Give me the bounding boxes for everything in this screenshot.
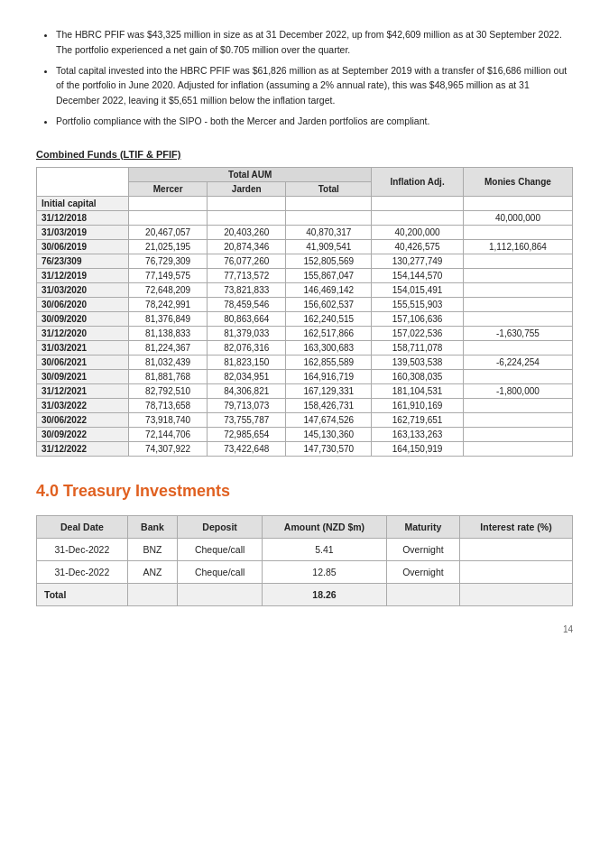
combined-cell: 82,076,316 [208, 340, 286, 355]
combined-section: Combined Funds (LTIF & PFIF) Total AUM I… [36, 149, 573, 457]
combined-cell [463, 254, 572, 268]
combined-cell [208, 196, 286, 210]
treasury-total-cell [459, 583, 572, 605]
combined-cell: 81,881,768 [129, 369, 208, 383]
combined-cell [463, 427, 572, 441]
combined-cell [463, 282, 572, 297]
combined-cell: 40,426,575 [372, 239, 464, 254]
combined-cell: 81,032,439 [129, 355, 208, 369]
treasury-cell: Overnight [386, 560, 459, 583]
combined-cell: 139,503,538 [372, 355, 464, 369]
treasury-cell: Cheque/call [178, 538, 263, 560]
combined-row-header: 31/12/2018 [37, 210, 129, 225]
treasury-cell: Cheque/call [178, 560, 263, 583]
combined-th-inflation: Inflation Adj. [372, 167, 464, 196]
treasury-th-amount--nzd--m-: Amount (NZD $m) [263, 515, 387, 538]
combined-cell: 147,730,570 [286, 441, 372, 456]
combined-cell: 78,713,658 [129, 398, 208, 412]
combined-cell [208, 210, 286, 225]
combined-cell: 158,711,078 [372, 340, 464, 355]
combined-th-empty [37, 167, 129, 196]
combined-cell: 77,149,575 [129, 268, 208, 282]
combined-cell: 72,985,654 [208, 427, 286, 441]
treasury-total-cell [127, 583, 177, 605]
combined-cell: 40,000,000 [463, 210, 572, 225]
treasury-th-bank: Bank [127, 515, 177, 538]
combined-cell: 77,713,572 [208, 268, 286, 282]
combined-cell [463, 196, 572, 210]
combined-cell [463, 369, 572, 383]
combined-th-mercer: Mercer [129, 181, 208, 196]
treasury-total-cell: 18.26 [263, 583, 387, 605]
combined-cell: 81,379,033 [208, 326, 286, 340]
combined-cell [463, 441, 572, 456]
combined-cell [463, 225, 572, 239]
combined-cell: 80,863,664 [208, 311, 286, 326]
bullet-3: Portfolio compliance with the SIPO - bot… [56, 114, 573, 129]
combined-row-header: 30/09/2020 [37, 311, 129, 326]
combined-table: Total AUM Inflation Adj. Monies Change M… [36, 167, 573, 457]
combined-cell: 162,517,866 [286, 326, 372, 340]
combined-cell: 81,224,367 [129, 340, 208, 355]
combined-cell: 163,300,683 [286, 340, 372, 355]
combined-cell: 40,870,317 [286, 225, 372, 239]
combined-cell: 162,855,589 [286, 355, 372, 369]
treasury-th-interest-rate----: Interest rate (%) [459, 515, 572, 538]
combined-cell: 154,015,491 [372, 282, 464, 297]
treasury-th-maturity: Maturity [386, 515, 459, 538]
combined-cell: -6,224,254 [463, 355, 572, 369]
combined-cell: 155,515,903 [372, 297, 464, 311]
combined-cell: 156,602,537 [286, 297, 372, 311]
combined-cell: 76,077,260 [208, 254, 286, 268]
combined-cell: 81,138,833 [129, 326, 208, 340]
combined-th-total: Total [286, 181, 372, 196]
combined-cell [463, 340, 572, 355]
treasury-cell: BNZ [127, 538, 177, 560]
treasury-cell: Overnight [386, 538, 459, 560]
combined-cell: 72,648,209 [129, 282, 208, 297]
combined-th-jarden: Jarden [208, 181, 286, 196]
combined-cell: 82,792,510 [129, 383, 208, 398]
combined-cell [129, 210, 208, 225]
bullet-section: The HBRC PFIF was $43,325 million in siz… [36, 27, 573, 129]
combined-cell: 162,719,651 [372, 412, 464, 427]
combined-cell: 72,144,706 [129, 427, 208, 441]
combined-cell: 20,874,346 [208, 239, 286, 254]
combined-cell: 41,909,541 [286, 239, 372, 254]
combined-cell: 157,106,636 [372, 311, 464, 326]
combined-cell [372, 210, 464, 225]
combined-cell: 164,916,719 [286, 369, 372, 383]
combined-cell [463, 297, 572, 311]
treasury-cell [459, 560, 572, 583]
combined-row-header: 31/03/2020 [37, 282, 129, 297]
combined-row-header: 31/12/2020 [37, 326, 129, 340]
bullet-1: The HBRC PFIF was $43,325 million in siz… [56, 27, 573, 58]
combined-cell: 157,022,536 [372, 326, 464, 340]
combined-section-title: Combined Funds (LTIF & PFIF) [36, 149, 573, 160]
treasury-cell [459, 538, 572, 560]
combined-cell: 81,823,150 [208, 355, 286, 369]
combined-cell: 146,469,142 [286, 282, 372, 297]
treasury-cell: 31-Dec-2022 [37, 560, 128, 583]
combined-row-header: 31/12/2022 [37, 441, 129, 456]
bullet-list: The HBRC PFIF was $43,325 million in siz… [36, 27, 573, 129]
combined-row-header: 30/06/2019 [37, 239, 129, 254]
treasury-cell: ANZ [127, 560, 177, 583]
combined-cell: 152,805,569 [286, 254, 372, 268]
combined-cell [372, 196, 464, 210]
combined-cell: 145,130,360 [286, 427, 372, 441]
combined-cell [463, 268, 572, 282]
treasury-th-deal-date: Deal Date [37, 515, 128, 538]
combined-cell: 79,713,073 [208, 398, 286, 412]
combined-cell [129, 196, 208, 210]
combined-cell: 167,129,331 [286, 383, 372, 398]
combined-cell: 73,422,648 [208, 441, 286, 456]
combined-cell: 74,307,922 [129, 441, 208, 456]
treasury-table: Deal DateBankDepositAmount (NZD $m)Matur… [36, 515, 573, 606]
combined-cell: 160,308,035 [372, 369, 464, 383]
combined-row-header: Initial capital [37, 196, 129, 210]
combined-cell [463, 311, 572, 326]
combined-cell: 84,306,821 [208, 383, 286, 398]
combined-cell: 154,144,570 [372, 268, 464, 282]
combined-cell: 73,755,787 [208, 412, 286, 427]
